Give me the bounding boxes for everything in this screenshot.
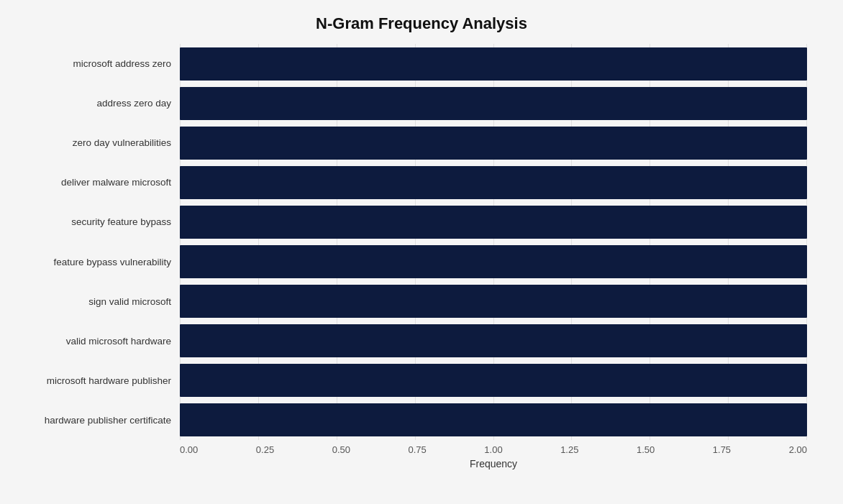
x-tick: 0.50 — [332, 444, 350, 455]
bar — [180, 87, 807, 120]
chart-area: microsoft address zero address zero day … — [14, 44, 829, 440]
bar-label: deliver malware microsoft — [14, 177, 180, 188]
x-tick: 1.50 — [637, 444, 655, 455]
bar-row: zero day vulnerabilities — [14, 123, 829, 162]
bar — [180, 47, 807, 81]
chart-container: N-Gram Frequency Analysis microsoft addr… — [0, 0, 843, 504]
bar-row: security feature bypass — [14, 202, 829, 242]
bar — [180, 206, 807, 239]
x-tick: 0.00 — [180, 444, 198, 455]
bar-label: microsoft address zero — [14, 58, 180, 69]
bar-track — [180, 206, 807, 239]
bar-label: valid microsoft hardware — [14, 336, 180, 347]
bar-track — [180, 166, 807, 199]
bar-label: sign valid microsoft — [14, 296, 180, 307]
bar-label: security feature bypass — [14, 216, 180, 227]
bar — [180, 285, 807, 318]
bar — [180, 324, 807, 357]
chart-title: N-Gram Frequency Analysis — [14, 7, 829, 44]
bar — [180, 245, 807, 278]
x-axis: 0.000.250.500.751.001.251.501.752.00 — [180, 440, 807, 455]
bar-track — [180, 245, 807, 278]
bar-row: hardware publisher certificate — [14, 400, 829, 440]
x-axis-label: Frequency — [180, 458, 807, 469]
x-tick: 1.25 — [560, 444, 578, 455]
bar-label: address zero day — [14, 98, 180, 109]
bar-track — [180, 324, 807, 357]
bar-label: microsoft hardware publisher — [14, 375, 180, 386]
bar-row: feature bypass vulnerability — [14, 242, 829, 281]
bar-row: microsoft hardware publisher — [14, 361, 829, 400]
bar-row: microsoft address zero — [14, 44, 829, 83]
x-tick: 0.75 — [408, 444, 426, 455]
bar-row: sign valid microsoft — [14, 282, 829, 321]
bar-track — [180, 285, 807, 318]
bar-track — [180, 127, 807, 160]
bar-row: valid microsoft hardware — [14, 321, 829, 361]
bar — [180, 166, 807, 199]
bar-track — [180, 87, 807, 120]
bars-wrapper: microsoft address zero address zero day … — [14, 44, 829, 440]
bar — [180, 127, 807, 160]
bar-track — [180, 364, 807, 397]
bar — [180, 403, 807, 436]
bar-label: hardware publisher certificate — [14, 415, 180, 426]
x-tick: 1.75 — [713, 444, 731, 455]
bar — [180, 364, 807, 397]
x-tick: 0.25 — [256, 444, 274, 455]
bar-track — [180, 403, 807, 436]
bar-track — [180, 47, 807, 81]
bar-label: feature bypass vulnerability — [14, 257, 180, 267]
bar-label: zero day vulnerabilities — [14, 137, 180, 148]
x-tick: 1.00 — [484, 444, 502, 455]
bar-row: address zero day — [14, 83, 829, 123]
bar-row: deliver malware microsoft — [14, 162, 829, 202]
x-tick: 2.00 — [789, 444, 807, 455]
